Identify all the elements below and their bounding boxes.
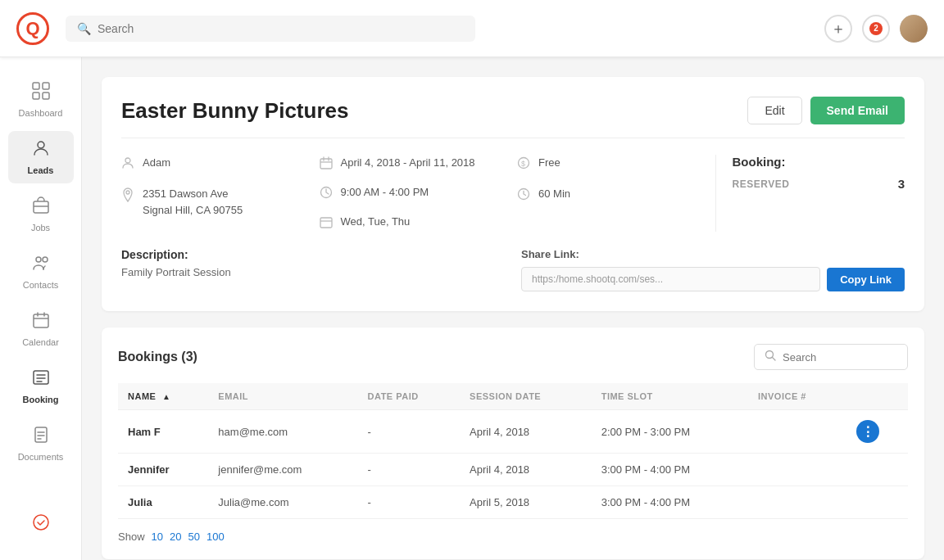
col-time-slot[interactable]: TIME SLOT bbox=[592, 383, 748, 410]
booking-label: Booking: bbox=[733, 155, 905, 169]
action-dots-button[interactable]: ⋮ bbox=[856, 420, 879, 443]
svg-rect-3 bbox=[43, 93, 49, 99]
time-item: 9:00 AM - 4:00 PM bbox=[320, 184, 510, 202]
duration-item: 60 Min bbox=[517, 186, 707, 204]
share-link-section: Share Link: Copy Link bbox=[521, 248, 905, 291]
copy-link-button[interactable]: Copy Link bbox=[827, 268, 905, 291]
logo[interactable]: Q bbox=[16, 12, 49, 45]
sidebar-item-calendar[interactable]: Calendar bbox=[8, 303, 74, 355]
booking-count: 3 bbox=[898, 177, 905, 191]
cell-time-slot: 3:00 PM - 4:00 PM bbox=[592, 454, 748, 486]
cell-name: Julia bbox=[118, 486, 208, 519]
calendar-icon bbox=[32, 311, 50, 333]
cell-action bbox=[846, 486, 908, 519]
calendar-icon3 bbox=[320, 215, 333, 232]
sidebar-label-jobs: Jobs bbox=[31, 223, 50, 233]
event-title: Easter Bunny Pictures bbox=[121, 98, 348, 124]
price-item: $ Free bbox=[517, 155, 707, 173]
contacts-icon bbox=[32, 254, 50, 276]
sidebar-label-contacts: Contacts bbox=[23, 280, 58, 290]
cell-invoice bbox=[748, 454, 846, 486]
location-icon bbox=[121, 187, 134, 205]
svg-rect-9 bbox=[34, 314, 48, 327]
col-actions bbox=[846, 383, 908, 410]
table-row: Julia Julia@me.com - April 5, 2018 3:00 … bbox=[118, 486, 908, 519]
svg-rect-2 bbox=[33, 93, 39, 99]
share-link-input[interactable] bbox=[521, 267, 820, 291]
sidebar-item-leads[interactable]: Leads bbox=[8, 131, 74, 183]
event-col3: $ Free 60 Min bbox=[517, 155, 707, 232]
sidebar-label-booking: Booking bbox=[23, 395, 59, 404]
sidebar-item-documents[interactable]: Documents bbox=[8, 418, 74, 470]
search-input[interactable] bbox=[98, 22, 464, 35]
cell-name: Jennifer bbox=[118, 454, 208, 486]
col-name[interactable]: NAME ▲ bbox=[118, 383, 208, 410]
col-date-paid[interactable]: DATE PAID bbox=[358, 383, 461, 410]
cell-time-slot: 3:00 PM - 4:00 PM bbox=[592, 486, 748, 519]
cell-invoice bbox=[748, 410, 846, 454]
booking-section: Booking: RESERVED 3 bbox=[715, 155, 905, 232]
page-10[interactable]: 10 bbox=[152, 531, 163, 543]
price: Free bbox=[538, 155, 560, 171]
show-label: Show bbox=[118, 531, 145, 543]
leads-icon bbox=[32, 139, 50, 161]
documents-icon bbox=[32, 426, 50, 448]
sidebar-item-contacts[interactable]: Contacts bbox=[8, 246, 74, 298]
svg-rect-17 bbox=[35, 427, 47, 442]
sidebar-item-dashboard[interactable]: Dashboard bbox=[8, 74, 74, 126]
sidebar-item-misc[interactable] bbox=[8, 505, 74, 544]
svg-line-35 bbox=[773, 358, 776, 361]
cell-session-date: April 4, 2018 bbox=[460, 454, 592, 486]
page-20[interactable]: 20 bbox=[170, 531, 181, 543]
svg-rect-1 bbox=[43, 83, 49, 89]
svg-point-22 bbox=[125, 158, 130, 163]
location-text: 2351 Dawson Ave Signal Hill, CA 90755 bbox=[143, 186, 243, 218]
main-content: Easter Bunny Pictures Edit Send Email Ad… bbox=[82, 57, 944, 560]
add-button[interactable]: ＋ bbox=[824, 15, 852, 43]
search-icon: 🔍 bbox=[77, 22, 91, 35]
svg-rect-29 bbox=[320, 218, 332, 228]
sidebar-item-booking[interactable]: Booking bbox=[8, 360, 74, 413]
cell-email: ham@me.com bbox=[208, 410, 357, 454]
share-link-label: Share Link: bbox=[521, 248, 905, 260]
user-avatar[interactable] bbox=[900, 15, 928, 43]
col-invoice[interactable]: INVOICE # bbox=[748, 383, 846, 410]
cell-date-paid: - bbox=[358, 410, 461, 454]
bookings-tbody: Ham F ham@me.com - April 4, 2018 2:00 PM… bbox=[118, 410, 908, 519]
top-nav: Q 🔍 ＋ 2 bbox=[0, 0, 944, 57]
notifications-button[interactable]: 2 bbox=[862, 15, 890, 43]
sidebar-item-jobs[interactable]: Jobs bbox=[8, 188, 74, 241]
clock-icon bbox=[320, 186, 333, 202]
bookings-table: NAME ▲ EMAIL DATE PAID SESSION DATE TIME… bbox=[118, 383, 908, 519]
sort-arrow: ▲ bbox=[162, 392, 170, 401]
pagination-row: Show 10 20 50 100 bbox=[118, 531, 908, 543]
app-body: Dashboard Leads Jobs Contacts Calendar bbox=[0, 57, 944, 560]
cell-date-paid: - bbox=[358, 454, 461, 486]
cell-session-date: April 4, 2018 bbox=[460, 410, 592, 454]
event-col2: April 4, 2018 - April 11, 2018 9:00 AM -… bbox=[320, 155, 510, 232]
time-range: 9:00 AM - 4:00 PM bbox=[341, 184, 429, 201]
cell-action: ⋮ bbox=[846, 410, 908, 454]
send-email-button[interactable]: Send Email bbox=[810, 97, 905, 124]
person-icon bbox=[121, 156, 134, 173]
col-email[interactable]: EMAIL bbox=[208, 383, 357, 410]
page-50[interactable]: 50 bbox=[188, 531, 199, 543]
cell-name: Ham F bbox=[118, 410, 208, 454]
col-session-date[interactable]: SESSION DATE bbox=[460, 383, 592, 410]
booking-icon bbox=[32, 368, 50, 391]
cell-action bbox=[846, 454, 908, 486]
event-card: Easter Bunny Pictures Edit Send Email Ad… bbox=[102, 77, 924, 311]
cell-session-date: April 5, 2018 bbox=[460, 486, 592, 519]
bookings-card: Bookings (3) NAME ▲ EMAIL bbox=[102, 327, 924, 559]
nav-right: ＋ 2 bbox=[824, 15, 928, 43]
bookings-search-wrap[interactable] bbox=[754, 344, 908, 370]
bookings-header: Bookings (3) bbox=[118, 344, 908, 370]
cell-time-slot: 2:00 PM - 3:00 PM bbox=[592, 410, 748, 454]
search-icon2 bbox=[765, 350, 776, 364]
calendar-icon2 bbox=[320, 156, 333, 173]
global-search-bar[interactable]: 🔍 bbox=[66, 16, 475, 42]
page-100[interactable]: 100 bbox=[206, 531, 225, 543]
edit-button[interactable]: Edit bbox=[747, 97, 801, 124]
bookings-search-input[interactable] bbox=[783, 351, 897, 364]
cell-invoice bbox=[748, 486, 846, 519]
